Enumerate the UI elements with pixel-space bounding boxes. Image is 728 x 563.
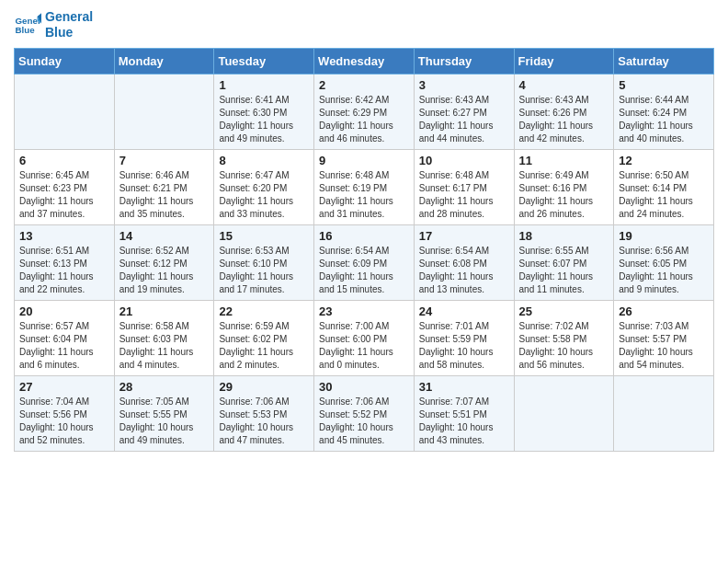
calendar-cell: 18Sunrise: 6:55 AM Sunset: 6:07 PM Dayli… <box>514 224 614 300</box>
day-number: 29 <box>219 380 309 394</box>
calendar-cell: 26Sunrise: 7:03 AM Sunset: 5:57 PM Dayli… <box>614 300 714 375</box>
calendar-week-row: 1Sunrise: 6:41 AM Sunset: 6:30 PM Daylig… <box>15 74 714 149</box>
calendar-cell: 10Sunrise: 6:48 AM Sunset: 6:17 PM Dayli… <box>414 149 514 224</box>
day-info: Sunrise: 7:04 AM Sunset: 5:56 PM Dayligh… <box>19 396 109 447</box>
calendar-week-row: 6Sunrise: 6:45 AM Sunset: 6:23 PM Daylig… <box>15 149 714 224</box>
day-info: Sunrise: 7:00 AM Sunset: 6:00 PM Dayligh… <box>319 320 409 372</box>
day-info: Sunrise: 7:05 AM Sunset: 5:55 PM Dayligh… <box>119 396 210 447</box>
day-info: Sunrise: 7:06 AM Sunset: 5:53 PM Dayligh… <box>219 396 309 447</box>
day-info: Sunrise: 7:07 AM Sunset: 5:51 PM Dayligh… <box>419 396 509 447</box>
day-info: Sunrise: 6:41 AM Sunset: 6:30 PM Dayligh… <box>219 94 309 145</box>
day-number: 14 <box>119 229 210 243</box>
col-header-wednesday: Wednesday <box>314 48 415 74</box>
calendar-cell: 30Sunrise: 7:06 AM Sunset: 5:52 PM Dayli… <box>314 375 415 451</box>
day-info: Sunrise: 7:03 AM Sunset: 5:57 PM Dayligh… <box>619 320 709 372</box>
calendar-cell: 3Sunrise: 6:43 AM Sunset: 6:27 PM Daylig… <box>414 74 514 149</box>
calendar-cell: 25Sunrise: 7:02 AM Sunset: 5:58 PM Dayli… <box>514 300 614 375</box>
calendar-cell: 4Sunrise: 6:43 AM Sunset: 6:26 PM Daylig… <box>514 74 614 149</box>
calendar-cell <box>514 375 614 451</box>
day-info: Sunrise: 6:44 AM Sunset: 6:24 PM Dayligh… <box>619 94 709 145</box>
day-number: 24 <box>419 304 509 318</box>
calendar-cell: 24Sunrise: 7:01 AM Sunset: 5:59 PM Dayli… <box>414 300 514 375</box>
day-info: Sunrise: 6:49 AM Sunset: 6:16 PM Dayligh… <box>519 169 609 221</box>
calendar-cell: 6Sunrise: 6:45 AM Sunset: 6:23 PM Daylig… <box>15 149 115 224</box>
calendar-cell: 8Sunrise: 6:47 AM Sunset: 6:20 PM Daylig… <box>214 149 314 224</box>
col-header-saturday: Saturday <box>614 48 714 74</box>
calendar-cell: 13Sunrise: 6:51 AM Sunset: 6:13 PM Dayli… <box>15 224 115 300</box>
day-info: Sunrise: 6:56 AM Sunset: 6:05 PM Dayligh… <box>619 245 709 296</box>
calendar-cell: 19Sunrise: 6:56 AM Sunset: 6:05 PM Dayli… <box>614 224 714 300</box>
col-header-monday: Monday <box>114 48 214 74</box>
day-info: Sunrise: 6:55 AM Sunset: 6:07 PM Dayligh… <box>519 245 609 296</box>
day-number: 21 <box>119 304 210 318</box>
calendar-table: SundayMondayTuesdayWednesdayThursdayFrid… <box>14 48 714 452</box>
calendar-cell: 17Sunrise: 6:54 AM Sunset: 6:08 PM Dayli… <box>414 224 514 300</box>
day-number: 12 <box>619 154 709 167</box>
day-number: 4 <box>519 78 609 92</box>
day-info: Sunrise: 6:42 AM Sunset: 6:29 PM Dayligh… <box>319 94 409 145</box>
day-info: Sunrise: 6:46 AM Sunset: 6:21 PM Dayligh… <box>119 169 210 221</box>
logo-icon: General Blue <box>14 11 41 39</box>
day-info: Sunrise: 6:45 AM Sunset: 6:23 PM Dayligh… <box>19 169 109 221</box>
day-number: 8 <box>219 154 309 167</box>
day-number: 25 <box>519 304 609 318</box>
calendar-week-row: 20Sunrise: 6:57 AM Sunset: 6:04 PM Dayli… <box>15 300 714 375</box>
day-number: 31 <box>419 380 509 394</box>
calendar-cell: 5Sunrise: 6:44 AM Sunset: 6:24 PM Daylig… <box>614 74 714 149</box>
col-header-sunday: Sunday <box>15 48 115 74</box>
logo: General Blue General Blue <box>14 9 93 40</box>
day-number: 26 <box>619 304 709 318</box>
day-info: Sunrise: 6:48 AM Sunset: 6:17 PM Dayligh… <box>419 169 509 221</box>
col-header-thursday: Thursday <box>414 48 514 74</box>
day-number: 22 <box>219 304 309 318</box>
calendar-cell: 29Sunrise: 7:06 AM Sunset: 5:53 PM Dayli… <box>214 375 314 451</box>
calendar-cell: 20Sunrise: 6:57 AM Sunset: 6:04 PM Dayli… <box>15 300 115 375</box>
day-info: Sunrise: 6:48 AM Sunset: 6:19 PM Dayligh… <box>319 169 409 221</box>
day-info: Sunrise: 6:59 AM Sunset: 6:02 PM Dayligh… <box>219 320 309 372</box>
calendar-header-row: SundayMondayTuesdayWednesdayThursdayFrid… <box>15 48 714 74</box>
day-info: Sunrise: 6:50 AM Sunset: 6:14 PM Dayligh… <box>619 169 709 221</box>
calendar-cell <box>114 74 214 149</box>
day-number: 7 <box>119 154 210 167</box>
day-number: 17 <box>419 229 509 243</box>
calendar-cell: 11Sunrise: 6:49 AM Sunset: 6:16 PM Dayli… <box>514 149 614 224</box>
logo-text: General Blue <box>45 9 93 40</box>
calendar-cell: 31Sunrise: 7:07 AM Sunset: 5:51 PM Dayli… <box>414 375 514 451</box>
day-number: 15 <box>219 229 309 243</box>
calendar-cell: 16Sunrise: 6:54 AM Sunset: 6:09 PM Dayli… <box>314 224 415 300</box>
day-number: 6 <box>19 154 109 167</box>
calendar-cell: 27Sunrise: 7:04 AM Sunset: 5:56 PM Dayli… <box>15 375 115 451</box>
calendar-cell: 9Sunrise: 6:48 AM Sunset: 6:19 PM Daylig… <box>314 149 415 224</box>
calendar-cell <box>614 375 714 451</box>
day-info: Sunrise: 6:51 AM Sunset: 6:13 PM Dayligh… <box>19 245 109 296</box>
calendar-cell: 2Sunrise: 6:42 AM Sunset: 6:29 PM Daylig… <box>314 74 415 149</box>
day-number: 10 <box>419 154 509 167</box>
day-number: 9 <box>319 154 409 167</box>
calendar-week-row: 13Sunrise: 6:51 AM Sunset: 6:13 PM Dayli… <box>15 224 714 300</box>
day-info: Sunrise: 6:43 AM Sunset: 6:27 PM Dayligh… <box>419 94 509 145</box>
calendar-week-row: 27Sunrise: 7:04 AM Sunset: 5:56 PM Dayli… <box>15 375 714 451</box>
day-info: Sunrise: 6:54 AM Sunset: 6:09 PM Dayligh… <box>319 245 409 296</box>
calendar-cell: 22Sunrise: 6:59 AM Sunset: 6:02 PM Dayli… <box>214 300 314 375</box>
day-number: 2 <box>319 78 409 92</box>
calendar-cell: 14Sunrise: 6:52 AM Sunset: 6:12 PM Dayli… <box>114 224 214 300</box>
day-info: Sunrise: 7:01 AM Sunset: 5:59 PM Dayligh… <box>419 320 509 372</box>
svg-text:Blue: Blue <box>16 25 36 35</box>
calendar-cell: 7Sunrise: 6:46 AM Sunset: 6:21 PM Daylig… <box>114 149 214 224</box>
day-info: Sunrise: 6:52 AM Sunset: 6:12 PM Dayligh… <box>119 245 210 296</box>
day-number: 11 <box>519 154 609 167</box>
day-info: Sunrise: 7:02 AM Sunset: 5:58 PM Dayligh… <box>519 320 609 372</box>
day-info: Sunrise: 7:06 AM Sunset: 5:52 PM Dayligh… <box>319 396 409 447</box>
day-number: 19 <box>619 229 709 243</box>
calendar-cell: 12Sunrise: 6:50 AM Sunset: 6:14 PM Dayli… <box>614 149 714 224</box>
day-number: 30 <box>319 380 409 394</box>
day-number: 5 <box>619 78 709 92</box>
day-info: Sunrise: 6:53 AM Sunset: 6:10 PM Dayligh… <box>219 245 309 296</box>
calendar-cell: 21Sunrise: 6:58 AM Sunset: 6:03 PM Dayli… <box>114 300 214 375</box>
calendar-cell <box>15 74 115 149</box>
day-number: 16 <box>319 229 409 243</box>
col-header-tuesday: Tuesday <box>214 48 314 74</box>
day-info: Sunrise: 6:43 AM Sunset: 6:26 PM Dayligh… <box>519 94 609 145</box>
day-info: Sunrise: 6:47 AM Sunset: 6:20 PM Dayligh… <box>219 169 309 221</box>
calendar-cell: 23Sunrise: 7:00 AM Sunset: 6:00 PM Dayli… <box>314 300 415 375</box>
